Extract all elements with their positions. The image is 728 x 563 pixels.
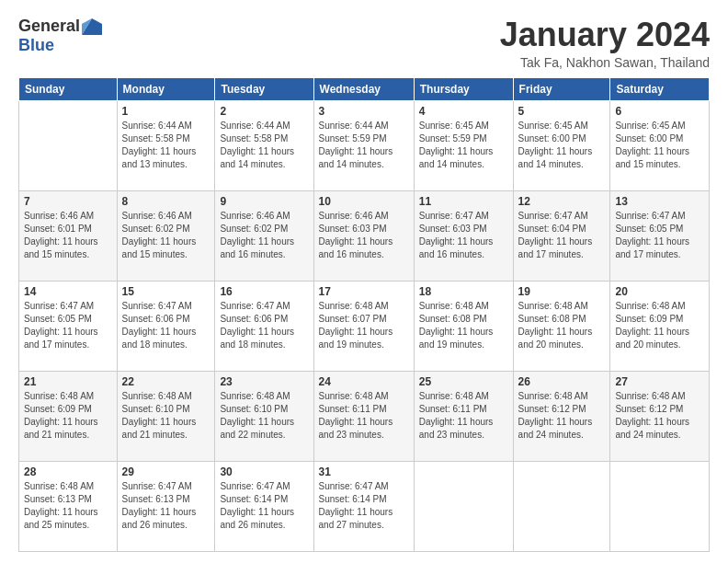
day-info: Sunrise: 6:47 AMSunset: 6:04 PMDaylight:… [518, 210, 606, 261]
day-info: Sunrise: 6:48 AMSunset: 6:11 PMDaylight:… [419, 390, 508, 442]
day-cell: 31Sunrise: 6:47 AMSunset: 6:14 PMDayligh… [313, 461, 414, 551]
day-info: Sunrise: 6:48 AMSunset: 6:12 PMDaylight:… [615, 390, 704, 442]
day-info: Sunrise: 6:46 AMSunset: 6:02 PMDaylight:… [122, 210, 210, 261]
day-number: 25 [419, 375, 508, 388]
day-number: 18 [419, 285, 508, 298]
day-number: 5 [518, 105, 606, 118]
day-cell: 19Sunrise: 6:48 AMSunset: 6:08 PMDayligh… [513, 281, 610, 371]
calendar-table: SundayMondayTuesdayWednesdayThursdayFrid… [18, 77, 710, 552]
day-info: Sunrise: 6:45 AMSunset: 6:00 PMDaylight:… [518, 120, 606, 171]
day-info: Sunrise: 6:47 AMSunset: 6:03 PMDaylight:… [419, 210, 508, 261]
day-cell: 23Sunrise: 6:48 AMSunset: 6:10 PMDayligh… [215, 371, 313, 461]
day-number: 26 [518, 375, 606, 388]
week-row-4: 21Sunrise: 6:48 AMSunset: 6:09 PMDayligh… [19, 371, 710, 461]
day-info: Sunrise: 6:47 AMSunset: 6:13 PMDaylight:… [122, 480, 210, 532]
day-info: Sunrise: 6:47 AMSunset: 6:14 PMDaylight:… [220, 480, 308, 532]
day-cell [513, 461, 610, 551]
week-row-1: 1Sunrise: 6:44 AMSunset: 5:58 PMDaylight… [19, 100, 710, 190]
day-info: Sunrise: 6:47 AMSunset: 6:05 PMDaylight:… [615, 210, 704, 261]
day-cell: 30Sunrise: 6:47 AMSunset: 6:14 PMDayligh… [215, 461, 313, 551]
day-number: 6 [615, 105, 704, 118]
day-number: 17 [319, 285, 409, 298]
day-info: Sunrise: 6:48 AMSunset: 6:08 PMDaylight:… [419, 300, 508, 351]
day-info: Sunrise: 6:44 AMSunset: 5:58 PMDaylight:… [122, 120, 210, 171]
day-cell: 16Sunrise: 6:47 AMSunset: 6:06 PMDayligh… [215, 281, 313, 371]
day-info: Sunrise: 6:48 AMSunset: 6:11 PMDaylight:… [319, 390, 409, 442]
day-number: 11 [419, 195, 508, 208]
day-cell: 24Sunrise: 6:48 AMSunset: 6:11 PMDayligh… [313, 371, 414, 461]
day-number: 22 [122, 375, 210, 388]
day-cell: 2Sunrise: 6:44 AMSunset: 5:58 PMDaylight… [215, 100, 313, 190]
day-number: 19 [518, 285, 606, 298]
day-info: Sunrise: 6:47 AMSunset: 6:14 PMDaylight:… [319, 480, 409, 532]
day-info: Sunrise: 6:44 AMSunset: 5:58 PMDaylight:… [220, 120, 308, 171]
day-info: Sunrise: 6:47 AMSunset: 6:06 PMDaylight:… [220, 300, 308, 351]
day-cell: 4Sunrise: 6:45 AMSunset: 5:59 PMDaylight… [414, 100, 513, 190]
day-cell: 10Sunrise: 6:46 AMSunset: 6:03 PMDayligh… [313, 190, 414, 281]
logo-general: General [18, 17, 80, 36]
day-number: 4 [419, 105, 508, 118]
day-cell: 14Sunrise: 6:47 AMSunset: 6:05 PMDayligh… [19, 281, 118, 371]
week-row-2: 7Sunrise: 6:46 AMSunset: 6:01 PMDaylight… [19, 190, 710, 281]
day-number: 21 [24, 375, 112, 388]
location: Tak Fa, Nakhon Sawan, Thailand [500, 55, 710, 70]
day-info: Sunrise: 6:44 AMSunset: 5:59 PMDaylight:… [319, 120, 409, 171]
day-cell: 17Sunrise: 6:48 AMSunset: 6:07 PMDayligh… [313, 281, 414, 371]
day-number: 24 [319, 375, 409, 388]
header-cell-sunday: Sunday [19, 77, 118, 100]
day-info: Sunrise: 6:45 AMSunset: 5:59 PMDaylight:… [419, 120, 508, 171]
header: General Blue January 2024 Tak Fa, Nakhon… [18, 17, 710, 70]
day-cell: 13Sunrise: 6:47 AMSunset: 6:05 PMDayligh… [610, 190, 710, 281]
day-cell: 7Sunrise: 6:46 AMSunset: 6:01 PMDaylight… [19, 190, 118, 281]
day-cell: 29Sunrise: 6:47 AMSunset: 6:13 PMDayligh… [117, 461, 215, 551]
day-number: 1 [122, 105, 210, 118]
day-number: 29 [122, 465, 210, 478]
day-info: Sunrise: 6:47 AMSunset: 6:05 PMDaylight:… [24, 300, 112, 351]
day-info: Sunrise: 6:48 AMSunset: 6:09 PMDaylight:… [615, 300, 704, 351]
day-cell: 21Sunrise: 6:48 AMSunset: 6:09 PMDayligh… [19, 371, 118, 461]
day-number: 7 [24, 195, 112, 208]
day-cell: 25Sunrise: 6:48 AMSunset: 6:11 PMDayligh… [414, 371, 513, 461]
week-row-5: 28Sunrise: 6:48 AMSunset: 6:13 PMDayligh… [19, 461, 710, 551]
header-cell-thursday: Thursday [414, 77, 513, 100]
day-cell: 27Sunrise: 6:48 AMSunset: 6:12 PMDayligh… [610, 371, 710, 461]
day-cell: 3Sunrise: 6:44 AMSunset: 5:59 PMDaylight… [313, 100, 414, 190]
logo: General Blue [18, 17, 102, 55]
day-number: 9 [220, 195, 308, 208]
day-number: 23 [220, 375, 308, 388]
day-number: 16 [220, 285, 308, 298]
day-info: Sunrise: 6:48 AMSunset: 6:08 PMDaylight:… [518, 300, 606, 351]
day-info: Sunrise: 6:48 AMSunset: 6:13 PMDaylight:… [24, 480, 112, 532]
day-number: 3 [319, 105, 409, 118]
header-row: SundayMondayTuesdayWednesdayThursdayFrid… [19, 77, 710, 100]
day-cell [414, 461, 513, 551]
day-info: Sunrise: 6:46 AMSunset: 6:03 PMDaylight:… [319, 210, 409, 261]
day-cell: 22Sunrise: 6:48 AMSunset: 6:10 PMDayligh… [117, 371, 215, 461]
day-number: 27 [615, 375, 704, 388]
day-cell: 8Sunrise: 6:46 AMSunset: 6:02 PMDaylight… [117, 190, 215, 281]
header-cell-tuesday: Tuesday [215, 77, 313, 100]
day-cell: 15Sunrise: 6:47 AMSunset: 6:06 PMDayligh… [117, 281, 215, 371]
header-cell-saturday: Saturday [610, 77, 710, 100]
day-number: 8 [122, 195, 210, 208]
day-info: Sunrise: 6:48 AMSunset: 6:09 PMDaylight:… [24, 390, 112, 442]
day-cell: 28Sunrise: 6:48 AMSunset: 6:13 PMDayligh… [19, 461, 118, 551]
day-cell: 6Sunrise: 6:45 AMSunset: 6:00 PMDaylight… [610, 100, 710, 190]
day-info: Sunrise: 6:47 AMSunset: 6:06 PMDaylight:… [122, 300, 210, 351]
day-info: Sunrise: 6:45 AMSunset: 6:00 PMDaylight:… [615, 120, 704, 171]
day-number: 12 [518, 195, 606, 208]
day-cell: 9Sunrise: 6:46 AMSunset: 6:02 PMDaylight… [215, 190, 313, 281]
day-cell [19, 100, 118, 190]
logo-icon [82, 18, 102, 35]
day-cell: 11Sunrise: 6:47 AMSunset: 6:03 PMDayligh… [414, 190, 513, 281]
day-number: 28 [24, 465, 112, 478]
day-info: Sunrise: 6:48 AMSunset: 6:07 PMDaylight:… [319, 300, 409, 351]
day-cell: 5Sunrise: 6:45 AMSunset: 6:00 PMDaylight… [513, 100, 610, 190]
day-number: 2 [220, 105, 308, 118]
day-number: 14 [24, 285, 112, 298]
day-info: Sunrise: 6:48 AMSunset: 6:12 PMDaylight:… [518, 390, 606, 442]
day-info: Sunrise: 6:46 AMSunset: 6:01 PMDaylight:… [24, 210, 112, 261]
day-cell: 20Sunrise: 6:48 AMSunset: 6:09 PMDayligh… [610, 281, 710, 371]
day-number: 30 [220, 465, 308, 478]
month-title: January 2024 [500, 17, 710, 53]
